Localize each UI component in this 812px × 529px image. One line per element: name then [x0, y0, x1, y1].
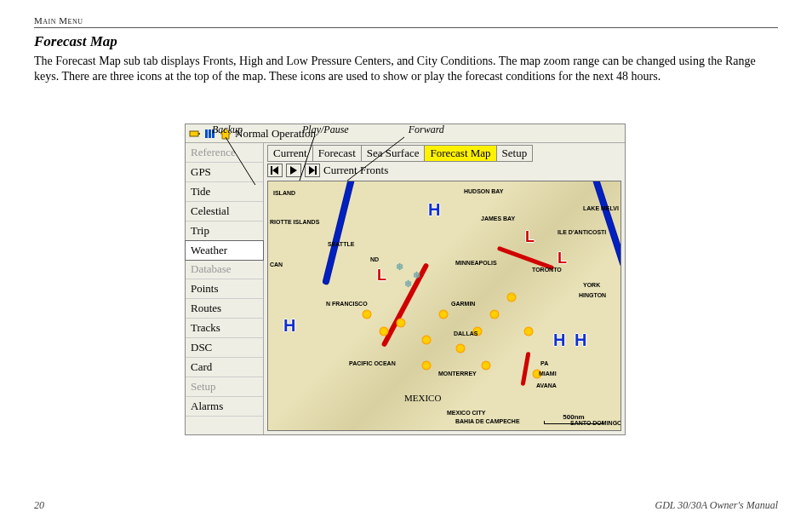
- sidebar-item-alarms[interactable]: Alarms: [186, 397, 263, 417]
- map-label: PACIFIC OCEAN: [349, 360, 396, 366]
- svg-marker-12: [309, 166, 315, 175]
- map-scale-label: 500nm: [563, 413, 584, 421]
- map-label: AVANA: [536, 382, 557, 388]
- sidebar-item-database: Database: [186, 260, 263, 279]
- sunny-icon: [362, 309, 372, 319]
- backup-button[interactable]: [267, 164, 283, 177]
- tab-label: Forecast Map: [430, 147, 490, 159]
- sidebar-item-label: Reference: [191, 146, 236, 158]
- high-pressure-icon: H: [575, 331, 586, 350]
- play-icon: [289, 166, 298, 175]
- sidebar-item-points[interactable]: Points: [186, 279, 263, 299]
- tab-row: Current Forecast Sea Surface Forecast Ma…: [264, 143, 625, 162]
- page-footer: 20 GDL 30/30A Owner's Manual: [34, 499, 778, 512]
- cold-front: [592, 181, 621, 267]
- sidebar-item-tracks[interactable]: Tracks: [186, 319, 263, 338]
- app-body: Reference GPS Tide Celestial Trip Weathe…: [186, 143, 625, 434]
- callouts: Backup Play/Pause Forward: [212, 124, 444, 136]
- svg-rect-6: [209, 129, 211, 138]
- tab-forecast-map[interactable]: Forecast Map: [424, 145, 496, 162]
- cold-front: [323, 181, 354, 285]
- map-label: PA: [540, 360, 548, 366]
- map-label-mexico: MEXICO: [404, 393, 441, 403]
- map-label: MEXICO CITY: [447, 410, 486, 416]
- map-label: HINGTON: [579, 292, 606, 298]
- tab-label: Forecast: [318, 147, 356, 159]
- warm-front: [521, 352, 531, 386]
- tab-label: Sea Surface: [367, 147, 420, 159]
- tab-label: Setup: [502, 147, 528, 159]
- map-label: TORONTO: [532, 267, 562, 273]
- map-label: LAKE MELVI: [583, 205, 619, 211]
- sidebar-item-weather[interactable]: Weather: [185, 240, 264, 261]
- main-pane: Current Forecast Sea Surface Forecast Ma…: [264, 143, 625, 434]
- page-header: Main Menu: [34, 15, 778, 28]
- low-pressure-icon: L: [558, 250, 567, 267]
- map-label: MIAMI: [539, 371, 557, 377]
- battery-icon: [189, 128, 201, 140]
- callout-backup: Backup: [212, 124, 243, 136]
- tab-setup[interactable]: Setup: [496, 145, 534, 162]
- callout-playpause: Play/Pause: [302, 124, 349, 136]
- svg-rect-5: [205, 129, 208, 138]
- tab-label: Current: [273, 147, 307, 159]
- sidebar-item-celestial[interactable]: Celestial: [186, 202, 263, 221]
- svg-rect-9: [271, 166, 272, 175]
- tab-current[interactable]: Current: [267, 145, 313, 162]
- svg-rect-4: [198, 133, 200, 135]
- svg-rect-13: [315, 166, 317, 175]
- step-forward-icon: [308, 166, 317, 175]
- sidebar-item-label: Tracks: [191, 321, 220, 334]
- snow-icon: ❄: [413, 271, 422, 280]
- forward-button[interactable]: [305, 164, 320, 177]
- sidebar-item-label: Alarms: [191, 400, 223, 412]
- tab-sea-surface[interactable]: Sea Surface: [361, 145, 426, 162]
- sidebar-item-reference: Reference: [186, 143, 263, 163]
- map-label: N FRANCISCO: [326, 301, 368, 307]
- figure: Backup Play/Pause Forward Normal Operati…: [185, 124, 627, 435]
- doc-title: GDL 30/30A Owner's Manual: [655, 499, 778, 512]
- svg-marker-11: [290, 166, 297, 175]
- svg-marker-10: [272, 166, 278, 175]
- sidebar-item-tide[interactable]: Tide: [186, 182, 263, 202]
- sunny-icon: [506, 292, 517, 302]
- callout-forward: Forward: [409, 124, 444, 136]
- sidebar-item-label: Setup: [191, 380, 216, 393]
- map-label: JAMES BAY: [481, 216, 515, 221]
- map-label: GARMIN: [451, 301, 475, 307]
- app-window: Normal Operation Reference GPS Tide Cele…: [185, 124, 626, 435]
- sunny-icon: [421, 360, 432, 371]
- forecast-map[interactable]: H H H H L L L: [267, 181, 621, 431]
- sidebar-item-card[interactable]: Card: [186, 358, 263, 377]
- map-label: HUDSON BAY: [464, 188, 503, 194]
- sunny-icon: [396, 318, 406, 328]
- high-pressure-icon: H: [283, 316, 295, 336]
- section-title: Forecast Map: [34, 33, 778, 50]
- sidebar-item-label: Routes: [191, 302, 221, 314]
- svg-rect-3: [190, 131, 198, 136]
- sidebar-item-label: Weather: [191, 244, 227, 256]
- map-label: ISLAND: [273, 190, 295, 196]
- snow-icon: ❄: [404, 279, 414, 289]
- sidebar-item-gps[interactable]: GPS: [186, 163, 263, 182]
- snow-icon: ❄: [396, 262, 405, 272]
- sidebar-item-trip[interactable]: Trip: [186, 221, 263, 241]
- map-label: RIOTTE ISLANDS: [270, 219, 319, 225]
- controls-row: Current Fronts: [264, 162, 625, 179]
- sidebar-item-label: GPS: [191, 165, 211, 178]
- map-label: DALLAS: [454, 331, 477, 336]
- page-number: 20: [34, 499, 44, 512]
- sunny-icon: [438, 309, 449, 319]
- sunny-icon: [455, 343, 466, 354]
- play-pause-button[interactable]: [286, 164, 301, 177]
- sidebar-item-routes[interactable]: Routes: [186, 299, 263, 319]
- sidebar-item-label: Points: [191, 282, 219, 295]
- sidebar-item-setup: Setup: [186, 377, 263, 397]
- sunny-icon: [523, 326, 534, 336]
- map-scale: 500nm: [544, 413, 603, 422]
- tab-forecast[interactable]: Forecast: [312, 145, 362, 162]
- sidebar-item-dsc[interactable]: DSC: [186, 338, 263, 358]
- body-paragraph: The Forecast Map sub tab displays Fronts…: [34, 54, 778, 84]
- sunny-icon: [481, 360, 491, 371]
- sidebar-item-label: DSC: [191, 341, 212, 354]
